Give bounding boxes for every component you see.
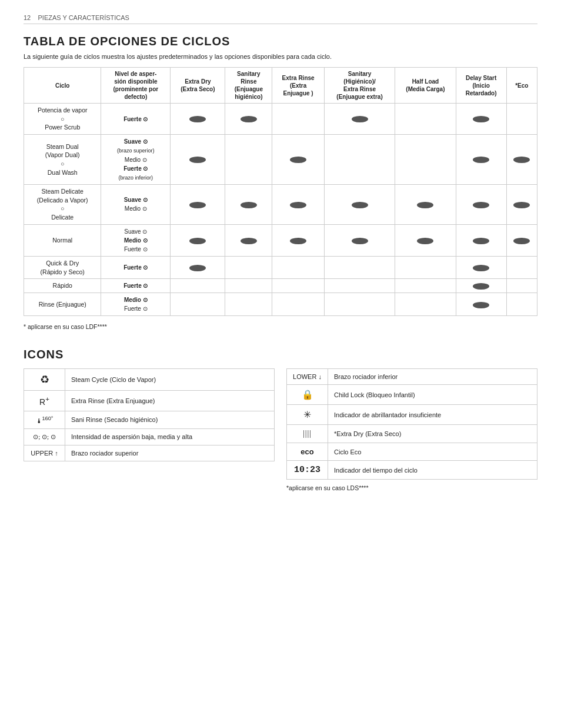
cycle-name-rapido: Rápido bbox=[24, 279, 101, 293]
empty-cell bbox=[171, 293, 225, 316]
dot-cell bbox=[272, 185, 325, 225]
eco-desc: Ciclo Eco bbox=[328, 443, 537, 461]
empty-cell bbox=[395, 135, 456, 185]
dot-oval bbox=[290, 202, 306, 208]
spray-level-rapido: Fuerte ⊙ bbox=[101, 279, 171, 293]
cycles-title: TABLA DE OPCIONES DE CICLOS bbox=[24, 35, 537, 48]
spray-level-normal: Suave ⊙ Medio ⊙ Fuerte ⊙ bbox=[101, 224, 171, 256]
dot-cell bbox=[456, 293, 506, 316]
empty-cell bbox=[395, 293, 456, 316]
dot-cell bbox=[456, 185, 506, 225]
dot-cell bbox=[395, 185, 456, 225]
child-lock-desc: Child Lock (Bloqueo Infantil) bbox=[328, 385, 537, 405]
empty-cell bbox=[272, 104, 325, 135]
table-row: Quick & Dry(Rápido y Seco) Fuerte ⊙ bbox=[24, 256, 537, 278]
dot-cell bbox=[272, 224, 325, 256]
dot-cell bbox=[456, 256, 506, 278]
steam-cycle-desc: Steam Cycle (Ciclo de Vapor) bbox=[65, 369, 275, 391]
table-row: Steam Delicate(Delicado a Vapor)○Delicat… bbox=[24, 185, 537, 225]
dot-oval bbox=[473, 238, 489, 244]
spray-level-rinse: Medio ⊙ Fuerte ⊙ bbox=[101, 293, 171, 316]
icons-right: LOWER ↓ Brazo rociador inferior 🔒 Child … bbox=[286, 368, 537, 491]
col-header-extra-rinse: Extra Rinse(ExtraEnjuague ) bbox=[272, 68, 325, 104]
cycle-name-steam-delicate: Steam Delicate(Delicado a Vapor)○Delicat… bbox=[24, 185, 101, 225]
empty-cell bbox=[225, 135, 272, 185]
child-lock-icon: 🔒 bbox=[287, 385, 328, 405]
dot-oval bbox=[417, 238, 433, 244]
list-item: 10:23 Indicador del tiempo del ciclo bbox=[287, 461, 537, 480]
cycles-section: TABLA DE OPCIONES DE CICLOS La siguiente… bbox=[24, 35, 537, 330]
empty-cell bbox=[225, 293, 272, 316]
dot-oval bbox=[241, 116, 257, 122]
col-header-spray: Nivel de asper-sión disponible(prominent… bbox=[101, 68, 171, 104]
dot-cell bbox=[456, 135, 506, 185]
empty-cell bbox=[395, 256, 456, 278]
dot-oval bbox=[473, 202, 489, 208]
cycles-table: Ciclo Nivel de asper-sión disponible(pro… bbox=[24, 67, 537, 316]
empty-cell bbox=[395, 104, 456, 135]
sani-rinse-desc: Sani Rinse (Secado higiénico) bbox=[65, 411, 275, 428]
table-row: Steam Dual(Vapor Dual)○Dual Wash Suave ⊙… bbox=[24, 135, 537, 185]
icons-footnote: *aplicarse en su caso LDS**** bbox=[286, 484, 537, 491]
icons-right-table: LOWER ↓ Brazo rociador inferior 🔒 Child … bbox=[286, 368, 537, 480]
dot-cell bbox=[456, 279, 506, 293]
col-header-ciclo: Ciclo bbox=[24, 68, 101, 104]
dot-oval bbox=[352, 116, 368, 122]
timer-desc: Indicador del tiempo del ciclo bbox=[328, 461, 537, 480]
upper-arm-desc: Brazo rociador superior bbox=[65, 445, 275, 461]
dot-oval bbox=[513, 238, 530, 244]
cycle-name-steam-dual: Steam Dual(Vapor Dual)○Dual Wash bbox=[24, 135, 101, 185]
dot-cell bbox=[506, 185, 537, 225]
dot-oval bbox=[241, 238, 257, 244]
lower-arm-icon: LOWER ↓ bbox=[287, 369, 328, 385]
table-row: Potencia de vapor○Power Scrub Fuerte ⊙ bbox=[24, 104, 537, 135]
list-item: |||| *Extra Dry (Extra Seco) bbox=[287, 425, 537, 443]
spray-level-steam-delicate: Suave ⊙ Medio ⊙ bbox=[101, 185, 171, 225]
dot-oval bbox=[473, 157, 489, 163]
empty-cell bbox=[272, 279, 325, 293]
spray-level-steam-dual: Suave ⊙ (brazo superior) Medio ⊙ Fuerte … bbox=[101, 135, 171, 185]
col-header-eco: *Eco bbox=[506, 68, 537, 104]
extra-dry-desc: *Extra Dry (Extra Seco) bbox=[328, 425, 537, 443]
empty-cell bbox=[324, 256, 395, 278]
icons-left: ♻ Steam Cycle (Ciclo de Vapor) R+ Extra … bbox=[24, 368, 275, 491]
extra-rinse-desc: Extra Rinse (Extra Enjuague) bbox=[65, 391, 275, 411]
empty-cell bbox=[225, 279, 272, 293]
dot-cell bbox=[225, 104, 272, 135]
icons-grid: ♻ Steam Cycle (Ciclo de Vapor) R+ Extra … bbox=[24, 368, 537, 491]
dot-oval bbox=[352, 238, 368, 244]
cycle-name-rinse: Rinse (Enjuague) bbox=[24, 293, 101, 316]
dot-oval bbox=[473, 265, 489, 271]
empty-cell bbox=[506, 256, 537, 278]
dot-oval bbox=[417, 202, 433, 208]
empty-cell bbox=[225, 256, 272, 278]
eco-icon: eco bbox=[287, 443, 328, 461]
list-item: 🌡160° Sani Rinse (Secado higiénico) bbox=[24, 411, 275, 428]
col-header-half-load: Half Load(Media Carga) bbox=[395, 68, 456, 104]
dot-cell bbox=[272, 135, 325, 185]
dot-cell bbox=[506, 224, 537, 256]
cycles-footnote: * aplicarse en su caso LDF**** bbox=[24, 323, 537, 330]
empty-cell bbox=[395, 279, 456, 293]
col-header-sanitary-rinse: SanitaryRinse(Enjuaguehigiénico) bbox=[225, 68, 272, 104]
extra-dry-icon: |||| bbox=[287, 425, 328, 443]
spray-level-quick-dry: Fuerte ⊙ bbox=[101, 256, 171, 278]
rinse-aid-desc: Indicador de abrillantador insuficiente bbox=[328, 405, 537, 425]
empty-cell bbox=[506, 104, 537, 135]
empty-cell bbox=[324, 293, 395, 316]
list-item: ♻ Steam Cycle (Ciclo de Vapor) bbox=[24, 369, 275, 391]
empty-cell bbox=[324, 135, 395, 185]
list-item: LOWER ↓ Brazo rociador inferior bbox=[287, 369, 537, 385]
dot-oval bbox=[189, 265, 206, 271]
dot-oval bbox=[513, 157, 530, 163]
list-item: 🔒 Child Lock (Bloqueo Infantil) bbox=[287, 385, 537, 405]
page-number: 12 bbox=[24, 14, 31, 21]
dot-cell bbox=[171, 135, 225, 185]
dot-oval bbox=[189, 238, 206, 244]
empty-cell bbox=[506, 279, 537, 293]
dot-cell bbox=[171, 224, 225, 256]
empty-cell bbox=[506, 293, 537, 316]
empty-cell bbox=[272, 256, 325, 278]
dot-cell bbox=[225, 224, 272, 256]
table-row: Normal Suave ⊙ Medio ⊙ Fuerte ⊙ bbox=[24, 224, 537, 256]
